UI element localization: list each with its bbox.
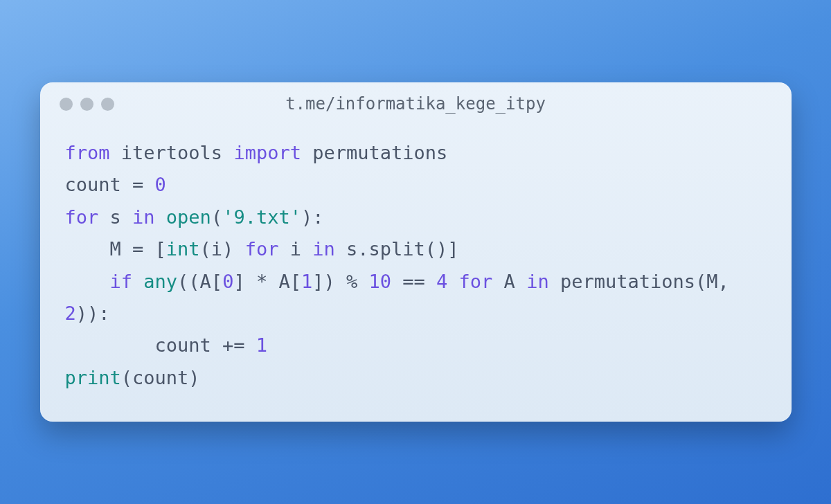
code-token-num: 1 — [256, 334, 267, 356]
code-token-kw: from — [65, 142, 110, 163]
code-token-str: '9.txt' — [222, 206, 301, 228]
code-token-num: 2 — [65, 303, 76, 324]
code-token-name: ( — [211, 206, 222, 228]
code-token-name: (i) — [200, 238, 245, 260]
code-token-name — [447, 271, 458, 292]
code-token-name: ((A[ — [177, 271, 222, 292]
code-token-kw: for — [245, 238, 279, 260]
code-token-name: == — [391, 271, 436, 292]
code-token-name — [65, 271, 110, 292]
close-icon[interactable] — [60, 98, 73, 111]
code-token-kw: in — [132, 206, 155, 228]
code-token-name: count += — [65, 334, 256, 356]
window-title: t.me/informatika_kege_itpy — [40, 94, 792, 114]
code-token-name: permutations(M, — [549, 271, 740, 292]
code-token-name: M = [ — [65, 238, 166, 260]
code-token — [110, 142, 121, 163]
code-window: t.me/informatika_kege_itpy from itertool… — [40, 82, 792, 422]
code-token-kw: for — [459, 271, 493, 292]
code-token-num: 0 — [222, 271, 233, 292]
code-token-name: count = — [65, 174, 155, 195]
code-token-kw: for — [65, 206, 99, 228]
code-token-num: 4 — [436, 271, 447, 292]
code-token-name: ): — [301, 206, 324, 228]
code-token — [155, 206, 166, 228]
code-token-fn: print — [65, 367, 121, 388]
code-token-name: A — [492, 271, 526, 292]
code-token-kw: in — [312, 238, 335, 260]
code-token-name: ]) % — [312, 271, 368, 292]
code-token-num: 1 — [301, 271, 312, 292]
code-token-fn: any — [143, 271, 177, 292]
code-token-name: ] * A[ — [233, 271, 301, 292]
code-token-name: s — [98, 206, 132, 228]
window-titlebar: t.me/informatika_kege_itpy — [40, 82, 792, 118]
code-token — [222, 142, 233, 163]
code-token-kw: if — [110, 271, 133, 292]
traffic-lights — [60, 98, 114, 111]
code-token-num: 0 — [155, 174, 166, 195]
code-token-fn: int — [166, 238, 200, 260]
code-token-name: s.split()] — [335, 238, 459, 260]
code-token-name: itertools — [121, 142, 222, 163]
minimize-icon[interactable] — [80, 98, 93, 111]
code-token-kw: in — [526, 271, 549, 292]
code-token-kw: import — [233, 142, 301, 163]
code-token-fn: open — [166, 206, 211, 228]
code-token-num: 10 — [368, 271, 391, 292]
code-token-name: )): — [76, 303, 110, 324]
code-token-name: permutations — [312, 142, 447, 163]
maximize-icon[interactable] — [101, 98, 114, 111]
code-token-name: (count) — [121, 367, 200, 388]
code-token — [301, 142, 312, 163]
code-token-name — [132, 271, 143, 292]
code-token-name: i — [278, 238, 312, 260]
code-block: from itertools import permutations count… — [40, 118, 792, 422]
